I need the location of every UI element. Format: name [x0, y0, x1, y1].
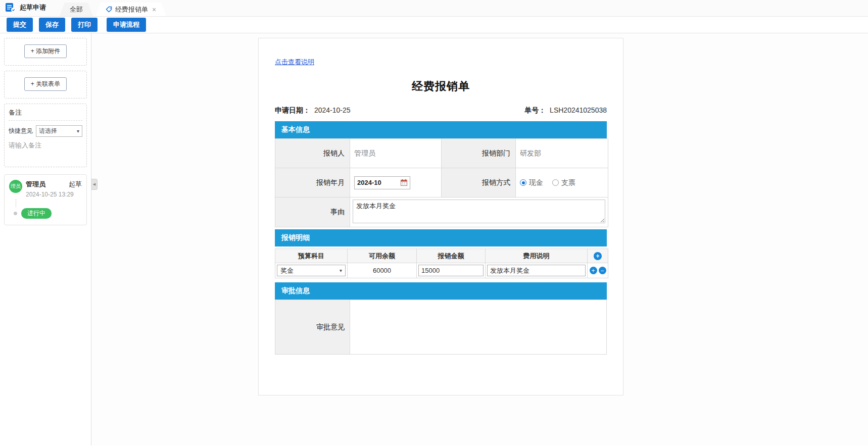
sidebar-collapse-handle[interactable]: ◀ — [91, 179, 98, 190]
content-area: + 添加附件 + 关联表单 备注 快捷意见 请选择 ▾ 理员 — [0, 33, 868, 445]
save-button[interactable]: 保存 — [39, 18, 65, 32]
remark-input[interactable] — [9, 141, 82, 160]
tab-all-label: 全部 — [70, 5, 83, 14]
person-label: 报销人 — [275, 139, 350, 168]
row-add-button[interactable]: + — [590, 267, 597, 274]
radio-cash[interactable]: 现金 — [520, 178, 543, 187]
view-instructions-link[interactable]: 点击查看说明 — [275, 58, 314, 67]
collapse-left-icon: ◀ — [93, 182, 95, 186]
apply-date: 申请日期： 2024-10-25 — [275, 106, 351, 115]
app-title-label: 起草申请 — [20, 3, 46, 12]
add-attachment-button[interactable]: + 添加附件 — [24, 44, 67, 58]
tab-strip: 全部 经费报销单 × — [60, 3, 166, 16]
avatar: 理员 — [9, 180, 22, 193]
basic-info-table: 报销人 管理员 报销部门 研发部 报销年月 — [275, 138, 608, 227]
main-area: ◀ 点击查看说明 经费报销单 申请日期： 2024-10-25 单号： LSH2… — [91, 33, 868, 445]
status-badge: 进行中 — [21, 208, 52, 219]
calendar-icon[interactable] — [401, 179, 407, 186]
add-attachment-label: 添加附件 — [36, 47, 60, 55]
form-meta-row: 申请日期： 2024-10-25 单号： LSH20241025038 — [275, 106, 607, 115]
radio-on-icon — [520, 179, 526, 186]
toolbar: 提交 保存 打印 申请流程 — [0, 17, 868, 33]
radio-off-icon — [552, 179, 559, 186]
balance-value: 60000 — [348, 263, 417, 278]
print-button[interactable]: 打印 — [71, 18, 98, 32]
apply-flow-button[interactable]: 申请流程 — [107, 18, 146, 32]
flow-timeline-card: 理员 管理员 起草 2024-10-25 13:29 进行中 — [4, 174, 87, 225]
link-form-label: 关联表单 — [36, 80, 60, 87]
add-row-button[interactable]: + — [594, 252, 602, 260]
table-row: 审批意见 — [275, 300, 607, 355]
col-operations: + — [588, 249, 608, 263]
timeline-status-row: 进行中 — [14, 208, 82, 219]
month-input[interactable] — [357, 179, 399, 186]
section-basic-info: 基本信息 — [275, 121, 607, 138]
attachment-card: + 添加附件 — [4, 38, 87, 66]
amount-input[interactable] — [418, 265, 484, 276]
tab-expense-form[interactable]: 经费报销单 × — [95, 3, 166, 16]
col-balance: 可用余额 — [348, 249, 417, 263]
reason-cell: 发放本月奖金 — [350, 197, 608, 227]
sidebar: + 添加附件 + 关联表单 备注 快捷意见 请选择 ▾ 理员 — [0, 33, 91, 445]
chevron-down-icon: ▾ — [340, 268, 342, 273]
form-title: 经费报销单 — [275, 79, 607, 94]
quick-opinion-value: 请选择 — [39, 127, 57, 135]
row-remove-button[interactable]: − — [599, 267, 606, 274]
serial-value: LSH20241025038 — [550, 106, 607, 114]
table-row: 事由 发放本月奖金 — [275, 197, 608, 227]
tab-bar: 起草申请 全部 经费报销单 × — [0, 0, 868, 17]
remark-card: 备注 快捷意见 请选择 ▾ — [4, 104, 87, 167]
expense-desc-input[interactable] — [487, 265, 586, 276]
apply-date-label: 申请日期： — [275, 106, 310, 114]
person-value: 管理员 — [350, 139, 442, 168]
approval-opinion-label: 审批意见 — [275, 300, 350, 355]
tab-close-icon[interactable]: × — [152, 6, 156, 14]
detail-data-row: 奖金 ▾ 60000 + − — [275, 263, 608, 278]
approval-opinion-value — [350, 300, 607, 355]
section-detail: 报销明细 — [275, 229, 607, 246]
serial-label: 单号： — [524, 106, 546, 114]
tab-expense-form-label: 经费报销单 — [115, 5, 148, 14]
tag-icon — [106, 6, 112, 13]
col-subject: 预算科目 — [275, 249, 348, 263]
quick-opinion-label: 快捷意见 — [9, 127, 33, 135]
desc-cell — [486, 263, 588, 278]
budget-subject-value: 奖金 — [280, 266, 294, 275]
apply-date-value: 2024-10-25 — [314, 106, 351, 114]
form-paper: 点击查看说明 经费报销单 申请日期： 2024-10-25 单号： LSH202… — [258, 38, 623, 395]
subject-cell: 奖金 ▾ — [275, 263, 348, 278]
chevron-down-icon: ▾ — [77, 128, 79, 134]
detail-table: 预算科目 可用余额 报销金额 费用说明 + 奖金 ▾ 60000 — [275, 249, 608, 278]
col-amount: 报销金额 — [417, 249, 486, 263]
table-row: 报销人 管理员 报销部门 研发部 — [275, 139, 608, 168]
timeline-info: 管理员 起草 2024-10-25 13:29 — [26, 180, 82, 198]
month-label: 报销年月 — [275, 168, 350, 197]
remark-title: 备注 — [9, 108, 82, 121]
col-desc: 费用说明 — [486, 249, 588, 263]
radio-check[interactable]: 支票 — [552, 178, 575, 187]
link-form-card: + 关联表单 — [4, 71, 87, 98]
submit-button[interactable]: 提交 — [7, 18, 33, 32]
serial-number: 单号： LSH20241025038 — [524, 106, 607, 115]
tab-all[interactable]: 全部 — [60, 3, 93, 16]
dept-value: 研发部 — [516, 139, 608, 168]
quick-opinion-select[interactable]: 请选择 ▾ — [36, 125, 82, 137]
radio-cash-label: 现金 — [529, 178, 543, 187]
link-form-button[interactable]: + 关联表单 — [24, 77, 67, 91]
radio-check-label: 支票 — [561, 178, 575, 187]
timeline-timestamp: 2024-10-25 13:29 — [26, 191, 82, 198]
timeline-entry: 理员 管理员 起草 2024-10-25 13:29 — [9, 180, 82, 198]
budget-subject-select[interactable]: 奖金 ▾ — [277, 265, 346, 276]
quick-opinion-row: 快捷意见 请选择 ▾ — [9, 125, 82, 137]
timeline-action: 起草 — [69, 180, 82, 189]
month-field-wrap — [354, 176, 410, 189]
reason-textarea[interactable]: 发放本月奖金 — [353, 200, 605, 223]
timeline-node-dot — [14, 212, 17, 215]
method-label: 报销方式 — [442, 168, 516, 197]
reason-label: 事由 — [275, 197, 350, 227]
detail-header-row: 预算科目 可用余额 报销金额 费用说明 + — [275, 249, 608, 263]
method-cell: 现金 支票 — [516, 168, 608, 197]
app-title: 起草申请 — [5, 3, 46, 13]
method-radio-group: 现金 支票 — [520, 178, 608, 187]
draft-application-icon — [5, 3, 16, 13]
